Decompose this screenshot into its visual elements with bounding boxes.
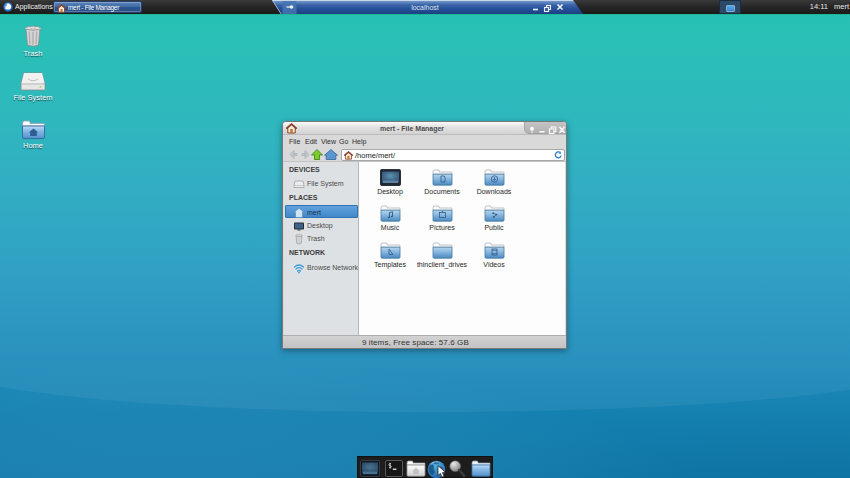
- svg-text:localhost: localhost: [411, 4, 439, 11]
